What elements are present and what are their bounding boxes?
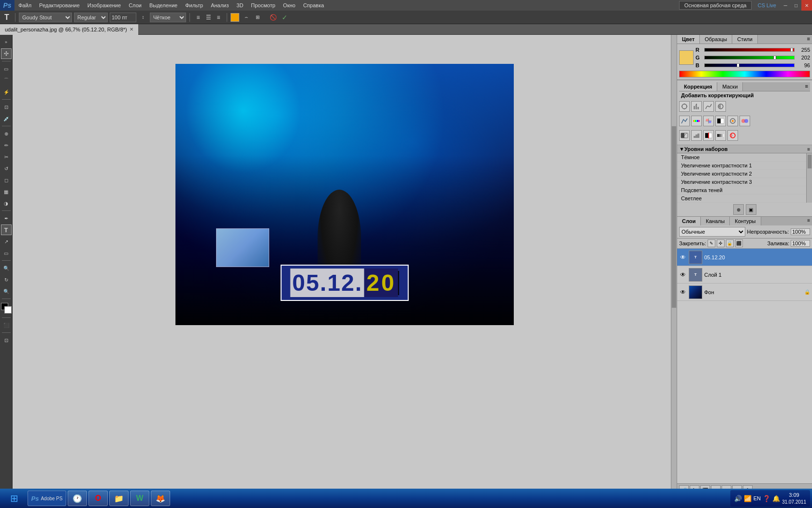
correction-icon-selective-color[interactable] — [727, 130, 738, 141]
preset-item-shadows[interactable]: Подсветка теней — [677, 186, 806, 194]
preset-item-dark[interactable]: Тёмное — [677, 153, 806, 162]
align-left-button[interactable]: ≡ — [193, 13, 203, 22]
tool-zoom[interactable]: 🔍 — [1, 286, 12, 297]
preset-item-contrast1[interactable]: Увеличение контрастности 1 — [677, 162, 806, 170]
antialiasing-select[interactable]: Чёткое — [150, 13, 186, 22]
tab-layers[interactable]: Слои — [677, 217, 701, 225]
menu-3d[interactable]: 3D — [232, 1, 247, 10]
tray-language[interactable]: EN — [754, 495, 761, 501]
lock-position-icon[interactable]: ✣ — [717, 239, 725, 247]
channel-g-thumb[interactable] — [773, 56, 776, 60]
minimize-button[interactable]: ─ — [780, 0, 791, 11]
tool-eraser[interactable]: ◻ — [1, 175, 12, 185]
correction-icon-invert[interactable] — [679, 130, 690, 141]
tab-swatches[interactable]: Образцы — [700, 35, 732, 44]
menu-filter[interactable]: Фильтр — [181, 1, 207, 10]
presets-scrollbar-thumb[interactable] — [807, 154, 812, 169]
layer-vis-3[interactable]: 👁 — [679, 288, 687, 296]
menu-file[interactable]: Файл — [14, 1, 35, 10]
align-right-button[interactable]: ≡ — [214, 13, 223, 22]
presets-scrollbar-btn[interactable]: ≡ — [807, 147, 810, 152]
tool-dodge[interactable]: ◑ — [1, 198, 12, 209]
commit-text-button[interactable]: ✓ — [280, 13, 290, 22]
taskbar-app-explorer[interactable]: 📁 — [109, 491, 129, 506]
canvas-image[interactable]: 05.12.20 — [175, 64, 514, 325]
document-tab-active[interactable]: udalit_personazha.jpg @ 66,7% (05.12.20,… — [0, 24, 138, 35]
taskbar-app-word[interactable]: W — [130, 491, 149, 506]
cancel-text-button[interactable]: 🚫 — [268, 13, 278, 22]
lock-all-icon[interactable]: 🔒 — [726, 239, 734, 247]
fill-input[interactable] — [791, 240, 810, 247]
tool-rotate[interactable]: ↻ — [1, 274, 12, 285]
character-panel-button[interactable]: ⊞ — [253, 13, 262, 22]
tool-text[interactable]: T — [1, 224, 12, 235]
tool-wand[interactable]: ⚡ — [1, 87, 12, 97]
color-spectrum-bar[interactable] — [679, 71, 810, 77]
menu-select[interactable]: Выделение — [145, 1, 181, 10]
background-color[interactable] — [4, 306, 12, 314]
color-panel-menu[interactable]: ≡ — [805, 35, 812, 44]
preset-item-lighter[interactable]: Светлее — [677, 194, 806, 203]
preset-item-contrast2[interactable]: Увеличение контрастности 2 — [677, 170, 806, 178]
font-style-select[interactable]: Regular — [74, 13, 108, 22]
correction-icon-hsl[interactable] — [691, 116, 702, 126]
correction-icon-exposure[interactable] — [715, 101, 726, 112]
taskbar-app-firefox[interactable]: 🦊 — [151, 491, 170, 506]
presets-header[interactable]: ▼ Уровни наборов ≡ — [677, 145, 812, 153]
tool-selection[interactable]: ↗ — [1, 236, 12, 247]
tray-help-icon[interactable]: ❓ — [763, 495, 770, 502]
v-scrollbar-thumb[interactable] — [671, 126, 677, 308]
blend-mode-select[interactable]: Обычные — [679, 227, 745, 237]
document-tab-close[interactable]: ✕ — [130, 27, 133, 32]
layer-item-background[interactable]: 👁 Фон 🔒 — [677, 284, 812, 301]
menu-layers[interactable]: Слои — [125, 1, 145, 10]
tool-healing[interactable]: ⊕ — [1, 128, 12, 139]
tool-marquee-rect[interactable]: ▭ — [1, 63, 12, 74]
menu-analysis[interactable]: Анализ — [207, 1, 232, 10]
presets-scrollbar[interactable] — [806, 153, 812, 203]
lock-art-icon[interactable]: ⬛ — [735, 239, 743, 247]
tool-double-arrow[interactable]: » — [1, 37, 12, 47]
layer-vis-2[interactable]: 👁 — [679, 271, 687, 279]
tab-channels[interactable]: Каналы — [701, 217, 730, 225]
canvas-area[interactable]: 05.12.20 — [13, 35, 677, 496]
menu-edit[interactable]: Редактирование — [35, 1, 84, 10]
taskbar-app-opera[interactable]: O — [88, 491, 108, 506]
tab-masks[interactable]: Маски — [717, 82, 743, 91]
correction-icon-photofilter[interactable] — [727, 116, 738, 126]
tool-notes[interactable]: 🔍 — [1, 263, 12, 273]
menu-help[interactable]: Справка — [299, 1, 328, 10]
close-button[interactable]: ✕ — [801, 0, 812, 11]
menu-image[interactable]: Изображение — [84, 1, 125, 10]
text-color-swatch[interactable] — [231, 13, 239, 22]
tool-marquee-lasso[interactable]: ⌒ — [1, 75, 12, 86]
correction-icon-gradient-map[interactable] — [715, 130, 726, 141]
tool-move[interactable]: ✣ — [1, 48, 12, 59]
channel-b-track[interactable] — [704, 63, 795, 67]
tool-eyedropper[interactable]: 💉 — [1, 113, 12, 124]
correction-icon-brightness[interactable] — [679, 101, 690, 112]
tool-pen[interactable]: ✒ — [1, 213, 12, 224]
tool-shape[interactable]: ▭ — [1, 248, 12, 258]
layers-panel-menu[interactable]: ≡ — [805, 217, 812, 225]
tool-gradient[interactable]: ▦ — [1, 186, 12, 197]
menu-window[interactable]: Окно — [279, 1, 300, 10]
channel-g-track[interactable] — [704, 56, 795, 60]
correction-panel-menu[interactable]: ≡ — [803, 82, 810, 91]
tab-correction[interactable]: Коррекция — [679, 82, 717, 91]
tray-volume-icon[interactable]: 📶 — [744, 495, 752, 502]
tab-paths[interactable]: Контуры — [730, 217, 761, 225]
preset-apply-icon[interactable]: ▣ — [746, 204, 756, 215]
correction-icon-threshold[interactable] — [703, 130, 714, 141]
correction-icon-levels[interactable] — [691, 101, 702, 112]
lock-pixels-icon[interactable]: ✎ — [708, 239, 715, 247]
workspace-button[interactable]: Основная рабочая среда — [679, 1, 752, 10]
color-preview-swatch[interactable] — [679, 50, 694, 65]
correction-icon-curves[interactable] — [703, 101, 714, 112]
tab-color[interactable]: Цвет — [677, 35, 700, 44]
tray-notification-icon[interactable]: 🔔 — [772, 495, 780, 502]
preset-action-icon[interactable]: ⊕ — [733, 204, 744, 215]
warp-text-button[interactable]: ⌢ — [241, 13, 251, 22]
correction-icon-colormix[interactable] — [740, 116, 750, 126]
correction-icon-posterize[interactable] — [691, 130, 702, 141]
